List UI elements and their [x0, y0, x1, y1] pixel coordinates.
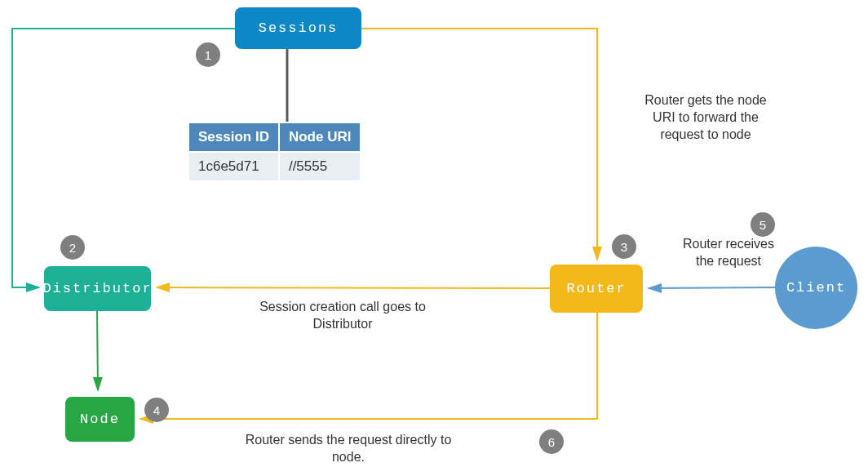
svg-line-3: [97, 311, 98, 390]
table-cell-session-id: 1c6e5d71: [188, 152, 279, 181]
annotation-session-creation: Session creation call goes to Distributo…: [253, 299, 432, 333]
distributor-label: Distributor: [42, 281, 152, 296]
badge-6: 6: [539, 429, 564, 454]
badge-3: 3: [612, 234, 636, 259]
svg-line-2: [649, 287, 775, 288]
table-header-row: Session ID Node URI: [188, 122, 361, 152]
sessions-label: Sessions: [259, 20, 339, 36]
svg-line-1: [157, 287, 550, 288]
sessions-table: Session ID Node URI 1c6e5d71 //5555: [188, 122, 361, 182]
client-circle: Client: [775, 247, 857, 329]
badge-1: 1: [196, 42, 220, 67]
router-box: Router: [550, 265, 643, 313]
node-label: Node: [80, 411, 120, 427]
table-cell-node-uri: //5555: [279, 152, 361, 181]
table-row: 1c6e5d71 //5555: [188, 152, 361, 181]
node-box: Node: [65, 397, 135, 442]
table-header-session-id: Session ID: [188, 122, 279, 152]
client-label: Client: [786, 280, 846, 296]
table-header-node-uri: Node URI: [279, 122, 361, 152]
router-label: Router: [566, 281, 626, 296]
sessions-box: Sessions: [235, 7, 361, 49]
badge-5: 5: [751, 212, 775, 237]
annotation-router-uri: Router gets the node URI to forward the …: [632, 92, 779, 143]
distributor-box: Distributor: [44, 266, 151, 311]
annotation-router-receives: Router receives the request: [675, 236, 782, 270]
badge-2: 2: [60, 235, 85, 260]
annotation-router-sends: Router sends the request directly to nod…: [242, 432, 454, 466]
badge-4: 4: [144, 398, 169, 422]
